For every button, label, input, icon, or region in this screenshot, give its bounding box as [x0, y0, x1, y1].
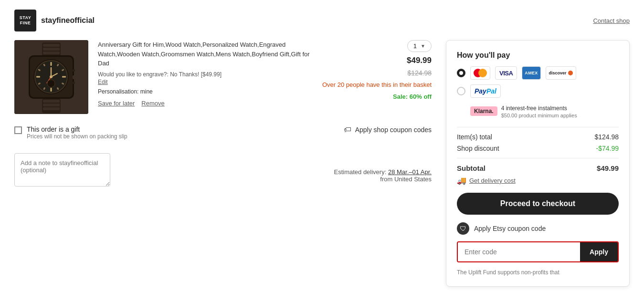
coupon-area: 🏷 Apply shop coupon codes: [344, 125, 432, 134]
subtotal-row: Subtotal $49.99: [457, 164, 619, 172]
remove-link[interactable]: Remove: [141, 100, 164, 107]
klarna-row: Klarna. 4 interest-free instalments $50.…: [470, 104, 619, 118]
product-row: Anniversary Gift for Him,Wood Watch,Pers…: [14, 40, 432, 114]
note-textarea[interactable]: [14, 153, 110, 187]
delivery-section: Estimated delivery: 28 Mar.–01 Apr. from…: [334, 168, 432, 183]
payment-methods-row2: Pay Pal: [457, 84, 619, 98]
uplift-text: The Uplift Fund supports non-profits tha…: [457, 269, 619, 276]
price-original: $124.98: [407, 69, 432, 77]
main-content: Anniversary Gift for Him,Wood Watch,Pers…: [14, 40, 630, 287]
divider2: [457, 158, 619, 158]
svg-point-25: [47, 80, 55, 87]
product-title: Anniversary Gift for Him,Wood Watch,Pers…: [98, 40, 313, 68]
klarna-badge: Klarna.: [470, 106, 497, 116]
note-section: [14, 153, 110, 188]
klarna-text: 4 interest-free instalments: [501, 104, 577, 113]
edit-link[interactable]: Edit: [98, 79, 313, 85]
shop-name: stayfineofficial: [41, 16, 95, 25]
svg-rect-4: [43, 52, 60, 54]
product-image: [14, 40, 88, 114]
coupon-apply-button[interactable]: Apply: [580, 242, 618, 261]
svg-rect-31: [43, 104, 60, 106]
bottom-area: Estimated delivery: 28 Mar.–01 Apr. from…: [14, 153, 432, 197]
amex-label: AMEX: [525, 71, 538, 75]
svg-point-24: [50, 75, 53, 78]
how-pay-title: How you'll pay: [457, 51, 619, 60]
svg-rect-30: [43, 100, 60, 103]
shop-logo-area: STAY FINE stayfineofficial: [14, 10, 95, 31]
discover-dot: [568, 71, 573, 75]
save-for-later-link[interactable]: Save for later: [98, 100, 135, 107]
visa-label: VISA: [499, 70, 513, 77]
svg-rect-12: [62, 76, 66, 78]
payment-methods-row1: VISA AMEX discover: [457, 66, 619, 80]
shop-coupon-link[interactable]: Apply shop coupon codes: [355, 126, 432, 134]
paypal-p-light: Pal: [486, 87, 496, 95]
shop-logo: STAY FINE: [14, 10, 36, 31]
delivery-cost-link[interactable]: Get delivery cost: [469, 177, 516, 184]
gift-text-block: This order is a gift Prices will not be …: [27, 125, 127, 140]
price-current: $49.99: [407, 56, 432, 65]
delivery-link-row: 🚚 Get delivery cost: [457, 176, 619, 185]
etsy-coupon-row: 🛡 Apply Etsy coupon code: [457, 222, 619, 235]
quantity-value: 1: [413, 42, 417, 50]
svg-rect-2: [43, 44, 60, 47]
mastercard-icon: [470, 66, 490, 80]
items-total-row: Item(s) total $124.98: [457, 133, 619, 141]
quantity-dropdown-icon: ▼: [421, 43, 425, 49]
svg-rect-26: [73, 75, 76, 79]
shop-logo-text: STAY FINE: [14, 15, 36, 26]
svg-rect-9: [51, 62, 52, 66]
svg-rect-3: [43, 48, 60, 51]
divider1: [457, 127, 619, 127]
truck-icon: 🚚: [457, 176, 466, 185]
gift-checkbox[interactable]: [14, 126, 22, 134]
svg-rect-32: [43, 107, 60, 110]
visa-icon: VISA: [495, 66, 517, 80]
coupon-input-row: Apply: [457, 241, 619, 262]
left-section: Anniversary Gift for Him,Wood Watch,Pers…: [14, 40, 432, 197]
klarna-sub: $50.00 product minimum applies: [501, 113, 577, 118]
right-panel: How you'll pay VISA AMEX discover: [446, 40, 630, 287]
paypal-p-blue: Pay: [475, 87, 486, 95]
etsy-coupon-label: Apply Etsy coupon code: [474, 225, 546, 232]
delivery-origin: from United States: [380, 176, 432, 183]
paypal-icon: Pay Pal: [470, 84, 501, 98]
paypal-payment-radio[interactable]: [457, 87, 465, 95]
page-wrapper: STAY FINE stayfineofficial Contact shop: [0, 0, 644, 291]
items-total-value: $124.98: [594, 133, 619, 141]
svg-rect-28: [73, 82, 75, 84]
contact-shop-link[interactable]: Contact shop: [593, 17, 630, 24]
discount-value: -$74.99: [596, 145, 619, 152]
coupon-code-input[interactable]: [458, 242, 580, 261]
delivery-label-text: Estimated delivery:: [334, 168, 386, 176]
svg-rect-18: [36, 76, 40, 78]
quantity-selector[interactable]: 1 ▼: [407, 40, 432, 52]
svg-rect-15: [51, 88, 52, 92]
product-right: 1 ▼ $49.99 $124.98 Over 20 people have t…: [322, 40, 432, 100]
sale-badge: Sale: 60% off: [393, 93, 432, 100]
coupon-tag-icon: 🏷: [344, 125, 351, 134]
popularity-text: Over 20 people have this in their basket: [322, 81, 432, 89]
action-links: Save for later Remove: [98, 100, 313, 107]
klarna-info: 4 interest-free instalments $50.00 produ…: [501, 104, 577, 118]
product-image-svg: [14, 40, 88, 114]
etsy-coupon-shield-icon: 🛡: [460, 225, 466, 232]
discover-text: discover: [549, 71, 567, 75]
gift-sublabel: Prices will not be shown on packing slip: [27, 133, 127, 140]
delivery-label: Estimated delivery: 28 Mar.–01 Apr.: [334, 168, 432, 176]
svg-rect-27: [73, 69, 75, 72]
gift-label: This order is a gift: [27, 125, 127, 133]
card-payment-radio[interactable]: [457, 69, 465, 77]
etsy-coupon-icon: 🛡: [457, 222, 469, 235]
discount-label: Shop discount: [457, 145, 499, 152]
discount-row: Shop discount -$74.99: [457, 145, 619, 152]
subtotal-value: $49.99: [597, 164, 619, 172]
shop-header: STAY FINE stayfineofficial Contact shop: [14, 10, 630, 31]
totals-section: Item(s) total $124.98 Shop discount -$74…: [457, 133, 619, 185]
gift-section: This order is a gift Prices will not be …: [14, 125, 432, 144]
discover-icon: discover: [546, 66, 576, 80]
checkout-button[interactable]: Proceed to checkout: [457, 193, 619, 215]
subtotal-label: Subtotal: [457, 164, 486, 172]
items-total-label: Item(s) total: [457, 133, 492, 141]
